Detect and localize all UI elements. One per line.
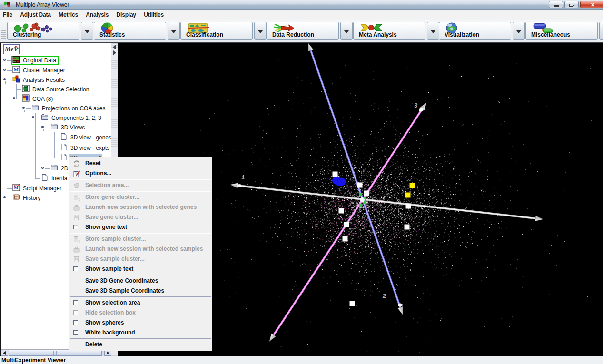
tree-item-history[interactable]: History <box>12 194 41 202</box>
tree-item-cluster-manager[interactable]: MCluster Manager <box>12 66 66 75</box>
menu-item-save-gene-cluster: Save gene cluster... <box>69 212 212 222</box>
menu-item-store-sample-cluster: Store sample cluster... <box>69 234 212 244</box>
chevron-down-icon <box>85 30 89 33</box>
maximize-button[interactable] <box>564 1 579 8</box>
tree-connector-line <box>54 148 59 148</box>
menu-item-white-background[interactable]: White background <box>69 328 212 338</box>
menu-item-save-3d-sample-coordinates[interactable]: Save 3D Sample Coordinates <box>69 286 212 296</box>
mbox-icon: M <box>12 66 20 75</box>
status-text: MultiExperiment Viewer <box>1 357 66 364</box>
context-menu: ResetOptions...Selection area...Store ge… <box>69 157 212 351</box>
svg-text:3: 3 <box>414 102 418 109</box>
tree-toggle-expanded[interactable] <box>3 78 6 80</box>
menu-separator <box>70 233 211 234</box>
reset-icon <box>73 160 80 167</box>
menu-item-show-selection-area[interactable]: Show selection area <box>69 298 212 308</box>
tree-toggle-collapsed[interactable] <box>41 167 44 169</box>
tree-toggle-collapsed[interactable] <box>3 69 6 71</box>
tree-toggle-expanded[interactable] <box>41 126 44 128</box>
toolbar-button-miscellaneous[interactable]: Miscellaneous <box>525 22 598 40</box>
tree-connector-line <box>7 70 12 71</box>
analysis-icon <box>12 75 20 85</box>
tree-connector-line <box>54 158 59 158</box>
checkbox-unchecked-icon <box>73 266 78 271</box>
toolbar-button-data-reduction[interactable]: Data Reduction <box>267 22 339 40</box>
tree-connector-line <box>35 113 36 178</box>
expand-right-icon[interactable] <box>113 50 116 55</box>
chevron-down-icon <box>171 30 176 33</box>
menu-metrics[interactable]: Metrics <box>56 10 81 20</box>
menu-item-save-sample-cluster: Save sample cluster... <box>69 254 212 264</box>
toolbar-dropdown-statistics[interactable] <box>168 22 180 40</box>
tree-item-original-data[interactable]: Original Data <box>12 56 57 65</box>
tree-connector-line <box>26 103 26 108</box>
menu-separator <box>70 296 211 297</box>
tree-item-3d-view-genes[interactable]: 3D view - genes <box>60 133 111 142</box>
toolbar-button-label: Classification <box>186 31 223 38</box>
tree-item-analysis-results[interactable]: Analysis Results <box>12 76 66 84</box>
toolbar-dropdown-meta-analysis[interactable] <box>427 22 439 40</box>
menu-item-save-3d-gene-coordinates[interactable]: Save 3D Gene Coordinates <box>69 276 212 286</box>
collapse-left-icon[interactable] <box>113 45 116 49</box>
menu-item-store-gene-cluster: Store gene cluster... <box>69 192 212 202</box>
tree-item-3d-view-expts[interactable]: 3D view - expts <box>60 144 110 152</box>
menu-item-options[interactable]: Options... <box>69 168 212 178</box>
titlebar[interactable]: Multiple Array Viewer ✕ <box>0 0 603 10</box>
minimize-button[interactable] <box>549 1 563 8</box>
doc-icon <box>60 153 68 163</box>
menu-item-show-sample-text[interactable]: Show sample text <box>69 264 212 274</box>
scroll-left-button[interactable] <box>1 350 8 356</box>
toolbar-button-meta-analysis[interactable]: Meta Analysis <box>353 22 425 40</box>
toolbar-button-label: Meta Analysis <box>359 31 397 38</box>
tree-connector-line <box>54 138 59 138</box>
tree-item-3d-views[interactable]: 3D Views <box>50 123 86 132</box>
toolbar-dropdown-clustering[interactable] <box>81 22 93 40</box>
close-button[interactable]: ✕ <box>580 1 603 8</box>
tree-item-script-manager[interactable]: MScript Manager <box>12 184 62 193</box>
toolbar-button-clustering[interactable]: Clustering <box>7 22 79 40</box>
toolbar-button-label: Visualization <box>445 31 479 38</box>
tree-item-data-source-selection[interactable]: Data Source Selection <box>22 85 90 94</box>
menu-item-selection-area: Selection area... <box>69 180 212 190</box>
launch-session-icon <box>73 204 80 211</box>
tree-toggle-expanded[interactable] <box>22 107 25 109</box>
menu-analysis[interactable]: Analysis <box>83 10 111 20</box>
menu-separator <box>70 191 211 192</box>
menu-display[interactable]: Display <box>114 10 139 20</box>
tree-connector-line <box>16 84 17 99</box>
toolbar-grip[interactable] <box>1 22 6 40</box>
tree-item-components-1-2-3[interactable]: Components 1, 2, 3 <box>41 114 102 122</box>
toolbar-dropdown-data-reduction[interactable] <box>340 22 353 40</box>
script-icon: M <box>12 184 20 193</box>
toolbar-button-label: Miscellaneous <box>531 31 570 38</box>
close-icon: ✕ <box>581 1 603 8</box>
toolbar-dropdown-classification[interactable] <box>254 22 267 40</box>
tree-connector-line <box>7 198 12 198</box>
menu-file[interactable]: File <box>0 10 15 20</box>
tree-toggle-collapsed[interactable] <box>3 59 6 61</box>
menu-adjust-data[interactable]: Adjust Data <box>17 10 53 20</box>
tree-item-coa-8[interactable]: COA (8) <box>22 95 54 103</box>
menu-item-launch-new-session-with-selected-genes: Launch new session with selected genes <box>69 202 212 212</box>
tree-toggle-collapsed[interactable] <box>3 196 6 198</box>
tree-toggle-expanded[interactable] <box>32 116 34 118</box>
toolbar-button-visualization[interactable]: Visualization <box>439 22 511 40</box>
tree-connector-line <box>35 118 40 118</box>
toolbar-button-classification[interactable]: Classification <box>180 22 253 40</box>
toolbar-dropdown-visualization[interactable] <box>513 22 525 40</box>
menu-utilities[interactable]: Utilities <box>141 10 167 20</box>
chevron-down-icon <box>258 30 263 33</box>
toolbar-button-label: Clustering <box>13 31 41 38</box>
launch-session-icon <box>73 246 80 253</box>
menu-item-show-spheres[interactable]: Show spheres <box>69 318 212 328</box>
menu-item-delete[interactable]: Delete <box>69 340 212 350</box>
menu-item-reset[interactable]: Reset <box>69 158 212 168</box>
toolbar-dropdown-miscellaneous[interactable] <box>599 22 603 40</box>
tree-item-projections-on-coa-axes[interactable]: Projections on COA axes <box>31 104 106 113</box>
tree-connector-line <box>7 60 7 198</box>
doc-icon <box>60 133 68 142</box>
tree-toggle-expanded[interactable] <box>13 97 15 99</box>
menu-separator <box>70 338 211 339</box>
toolbar-button-statistics[interactable]: Statistics <box>94 22 166 40</box>
menu-item-show-gene-text[interactable]: Show gene text <box>69 222 212 232</box>
